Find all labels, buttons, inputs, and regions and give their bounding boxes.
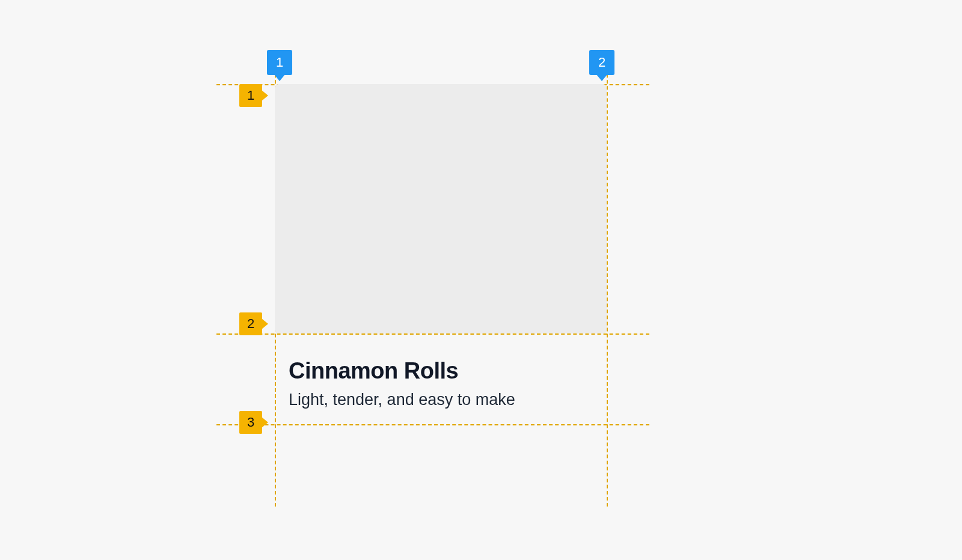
row-marker-label: 3	[247, 415, 254, 430]
card-subtitle: Light, tender, and easy to make	[289, 391, 515, 409]
row-marker-3: 3	[239, 411, 262, 434]
row-marker-1: 1	[239, 84, 262, 107]
image-placeholder	[275, 84, 607, 333]
column-guide-2	[607, 50, 608, 507]
card-title: Cinnamon Rolls	[289, 358, 458, 384]
row-guide-2	[216, 333, 649, 335]
row-marker-2: 2	[239, 312, 262, 335]
row-marker-label: 1	[247, 88, 254, 103]
column-marker-1: 1	[267, 50, 292, 75]
row-guide-3	[216, 424, 649, 425]
row-marker-label: 2	[247, 316, 254, 332]
column-marker-label: 2	[598, 55, 605, 70]
column-marker-2: 2	[589, 50, 614, 75]
grid-diagram: Cinnamon Rolls Light, tender, and easy t…	[0, 0, 962, 560]
column-marker-label: 1	[276, 55, 283, 70]
